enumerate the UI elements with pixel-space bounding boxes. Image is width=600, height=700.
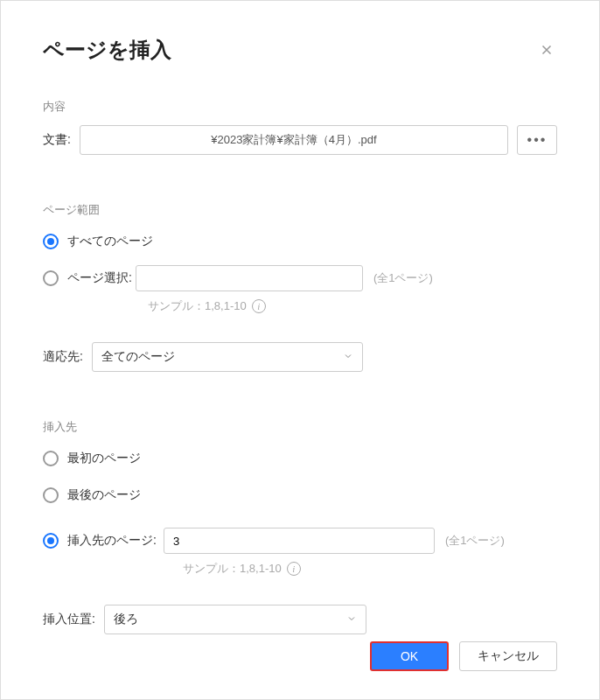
target-total-hint: (全1ページ) xyxy=(445,533,505,549)
insert-pages-dialog: ページを挿入 内容 文書: ••• ページ範囲 すべてのページ ページ選択: (… xyxy=(0,0,600,700)
all-pages-label: すべてのページ xyxy=(67,234,153,249)
chevron-down-icon xyxy=(346,612,357,626)
radio-target-page[interactable] xyxy=(43,533,59,549)
ok-button[interactable]: OK xyxy=(370,641,449,671)
radio-all-pages[interactable] xyxy=(43,234,59,249)
chevron-down-icon xyxy=(343,350,353,364)
content-section: 内容 文書: ••• xyxy=(43,99,557,155)
page-range-section: ページ範囲 すべてのページ ページ選択: (全1ページ) サンプル：1,8,1-… xyxy=(43,202,557,372)
page-range-label: ページ範囲 xyxy=(43,202,557,218)
adapt-select[interactable]: 全てのページ xyxy=(92,342,363,372)
document-input[interactable] xyxy=(80,125,508,155)
page-select-input[interactable] xyxy=(136,265,363,291)
radio-last-page[interactable] xyxy=(43,487,59,503)
target-sample-hint: サンプル：1,8,1-10 xyxy=(183,561,282,577)
info-icon[interactable]: i xyxy=(252,299,266,313)
insert-target-section: 挿入先 最初のページ 最後のページ 挿入先のページ: (全1ページ) サンプル：… xyxy=(43,419,557,634)
close-icon xyxy=(539,42,555,58)
ellipsis-icon: ••• xyxy=(527,132,548,148)
browse-button[interactable]: ••• xyxy=(517,125,557,155)
insert-target-label: 挿入先 xyxy=(43,419,557,435)
sample-hint: サンプル：1,8,1-10 xyxy=(148,298,247,314)
document-label: 文書: xyxy=(43,132,71,148)
cancel-button[interactable]: キャンセル xyxy=(459,641,557,671)
radio-first-page[interactable] xyxy=(43,451,59,466)
adapt-label: 適応先: xyxy=(43,349,83,365)
select-pages-label: ページ選択: xyxy=(67,270,132,286)
adapt-select-value: 全てのページ xyxy=(101,349,175,365)
position-label: 挿入位置: xyxy=(43,612,95,627)
info-icon[interactable]: i xyxy=(287,562,301,576)
position-select-value: 後ろ xyxy=(114,612,138,627)
total-pages-hint: (全1ページ) xyxy=(373,270,433,286)
dialog-footer: OK キャンセル xyxy=(370,641,557,671)
dialog-title: ページを挿入 xyxy=(43,36,171,64)
position-select[interactable]: 後ろ xyxy=(104,605,366,634)
last-page-label: 最後のページ xyxy=(67,487,141,503)
content-section-label: 内容 xyxy=(43,99,557,115)
first-page-label: 最初のページ xyxy=(67,451,141,466)
target-page-label: 挿入先のページ: xyxy=(67,533,157,549)
close-button[interactable] xyxy=(536,39,557,60)
radio-select-pages[interactable] xyxy=(43,270,59,286)
dialog-header: ページを挿入 xyxy=(43,36,557,64)
target-page-input[interactable] xyxy=(164,528,435,554)
